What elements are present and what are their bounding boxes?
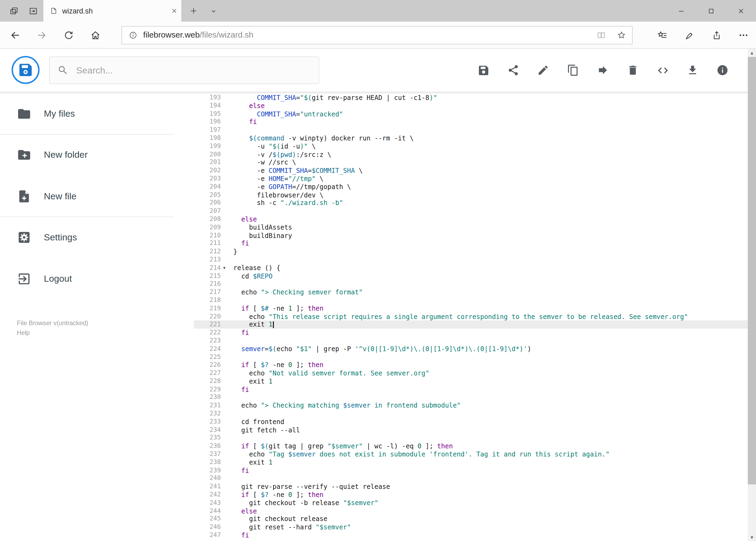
code-line[interactable]: 227 echo "Not valid semver format. See s… [194, 369, 748, 377]
sidebar-item-logout[interactable]: Logout [0, 265, 194, 293]
new-tab-button[interactable] [183, 0, 203, 22]
rename-button[interactable] [537, 64, 550, 77]
code-line[interactable]: 209 buildAssets [194, 224, 748, 232]
code-line[interactable]: 244 else [194, 507, 748, 515]
share-file-button[interactable] [507, 64, 520, 77]
code-line[interactable]: 195 COMMIT_SHA="untracked" [194, 110, 748, 118]
delete-button[interactable] [626, 64, 639, 77]
code-line[interactable]: 243 git checkout -b release "$semver" [194, 499, 748, 507]
code-line[interactable]: 202 -e COMMIT_SHA=$COMMIT_SHA \ [194, 167, 748, 175]
minimize-button[interactable] [666, 0, 696, 22]
code-line[interactable]: 237 echo "Tag $semver does not exist in … [194, 450, 748, 458]
code-line[interactable]: 212} [194, 248, 748, 256]
back-button[interactable] [5, 25, 26, 46]
code-line[interactable]: 213 [194, 256, 748, 264]
code-line[interactable]: 222 fi [194, 329, 748, 337]
set-aside-tabs-button[interactable] [4, 0, 24, 22]
browser-tab[interactable]: wizard.sh [44, 0, 181, 22]
code-line[interactable]: 217 echo "> Checking semver format" [194, 288, 748, 296]
code-line[interactable]: 236 if [ $(git tag | grep "$semver" | wc… [194, 442, 748, 450]
search-input[interactable] [76, 65, 311, 75]
tab-list-button[interactable] [203, 0, 224, 22]
code-line[interactable]: 210 buildBinary [194, 232, 748, 240]
code-line[interactable]: 239 fi [194, 466, 748, 475]
code-line[interactable]: 197 [194, 126, 748, 134]
code-line[interactable]: 240 [194, 475, 748, 483]
filebrowser-logo[interactable] [12, 56, 40, 84]
maximize-button[interactable] [696, 0, 726, 22]
code-line[interactable]: 218 [194, 296, 748, 304]
sidebar-item-new-file[interactable]: New file [0, 182, 194, 211]
favorite-star-icon[interactable] [617, 31, 627, 40]
code-line[interactable]: 198 $(command -v winpty) docker run --rm… [194, 134, 748, 142]
code-line[interactable]: 216 [194, 280, 748, 288]
code-line[interactable]: 219 if [ $# -ne 1 ]; then [194, 304, 748, 312]
download-button[interactable] [686, 64, 699, 77]
code-line[interactable]: 214▾release () { [194, 264, 748, 272]
raw-code-button[interactable] [656, 64, 669, 77]
code-line[interactable]: 225 [194, 353, 748, 361]
code-line[interactable]: 245 git checkout release [194, 515, 748, 523]
copy-button[interactable] [567, 64, 580, 77]
code-line[interactable]: 196 fi [194, 118, 748, 126]
help-link[interactable]: Help [17, 328, 89, 338]
code-line[interactable]: 200 -v /$(pwd):/src:z \ [194, 151, 748, 159]
search-box[interactable] [49, 56, 319, 84]
code-line[interactable]: 204 -e GOPATH=//tmp/gopath \ [194, 183, 748, 191]
code-line[interactable]: 203 -e HOME="//tmp" \ [194, 175, 748, 183]
code-line[interactable]: 235 [194, 434, 748, 442]
reading-view-icon[interactable] [597, 31, 606, 40]
scroll-up-arrow-icon[interactable]: ▲ [748, 49, 756, 57]
code-line[interactable]: 223 [194, 337, 748, 345]
code-line[interactable]: 215 cd $REPO [194, 272, 748, 280]
code-line[interactable]: 234 git fetch --all [194, 426, 748, 434]
code-line[interactable]: 207 [194, 207, 748, 215]
code-line[interactable]: 229 fi [194, 385, 748, 393]
sidebar-item-my-files[interactable]: My files [0, 99, 194, 128]
code-line[interactable]: 201 -w //src \ [194, 159, 748, 167]
tab-close-icon[interactable] [171, 8, 177, 14]
site-info-icon[interactable] [129, 31, 137, 39]
code-line[interactable]: 247 fi [194, 531, 748, 539]
code-line[interactable]: 221 exit 1 [194, 320, 748, 329]
web-note-button[interactable] [679, 25, 700, 46]
close-window-button[interactable] [726, 0, 756, 22]
tab-preview-button[interactable] [23, 0, 44, 22]
code-line[interactable]: 220 echo "This release script requires a… [194, 312, 748, 320]
code-line[interactable]: 208 else [194, 215, 748, 224]
code-line[interactable]: 230 [194, 393, 748, 402]
share-button[interactable] [706, 25, 727, 46]
refresh-button[interactable] [58, 25, 79, 46]
info-button[interactable] [716, 64, 729, 77]
code-line[interactable]: 241 git rev-parse --verify --quiet relea… [194, 483, 748, 491]
code-line[interactable]: 211 fi [194, 240, 748, 248]
code-line[interactable]: 224 semver=$(echo "$1" | grep -P '^v(0|[… [194, 345, 748, 353]
hub-favorites-button[interactable] [652, 25, 673, 46]
code-line[interactable]: 246 git reset --hard "$semver" [194, 523, 748, 531]
code-line[interactable]: 194 else [194, 102, 748, 110]
code-line[interactable]: 226 if [ $? -ne 0 ]; then [194, 361, 748, 369]
move-button[interactable] [597, 64, 610, 77]
sidebar-item-settings[interactable]: Settings [0, 223, 194, 252]
code-line[interactable]: 205 filebrowser/dev \ [194, 191, 748, 199]
code-line[interactable]: 228 exit 1 [194, 377, 748, 385]
save-button[interactable] [477, 64, 490, 77]
code-line[interactable]: 232 [194, 410, 748, 418]
page-scrollbar[interactable]: ▲ ▼ [748, 49, 756, 541]
home-button[interactable] [85, 25, 106, 46]
code-line[interactable]: 193 COMMIT_SHA="$(git rev-parse HEAD | c… [194, 94, 748, 102]
scrollbar-thumb[interactable] [748, 57, 756, 485]
scroll-down-arrow-icon[interactable]: ▼ [748, 533, 756, 541]
address-bar[interactable]: filebrowser.web/files/wizard.sh [122, 26, 632, 44]
code-line[interactable]: 233 cd frontend [194, 418, 748, 426]
sidebar-item-new-folder[interactable]: New folder [0, 141, 194, 169]
code-line[interactable]: 231 echo "> Checking matching $semver in… [194, 402, 748, 410]
code-line[interactable]: 238 exit 1 [194, 458, 748, 466]
code-line[interactable]: 199 -u "$(id -u)" \ [194, 142, 748, 151]
code-line[interactable]: 206 sh -c "./wizard.sh -b" [194, 199, 748, 207]
fold-marker-icon[interactable]: ▾ [221, 264, 233, 272]
forward-button[interactable] [31, 25, 52, 46]
code-line[interactable]: 242 if [ $? -ne 0 ]; then [194, 491, 748, 499]
code-editor[interactable]: 193 COMMIT_SHA="$(git rev-parse HEAD | c… [194, 92, 748, 541]
more-menu-button[interactable] [733, 25, 754, 46]
